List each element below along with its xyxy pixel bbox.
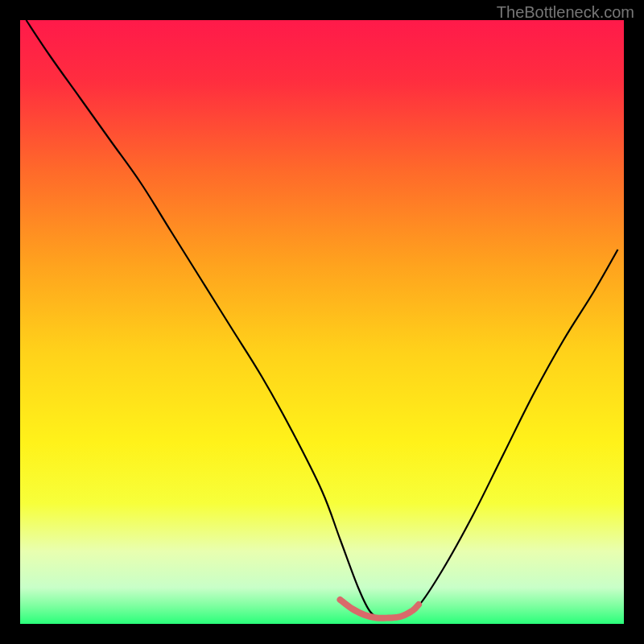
chart-plot-area — [20, 20, 624, 624]
gradient-background — [20, 20, 624, 624]
bottleneck-chart — [20, 20, 624, 624]
watermark-text: TheBottleneck.com — [497, 3, 634, 22]
